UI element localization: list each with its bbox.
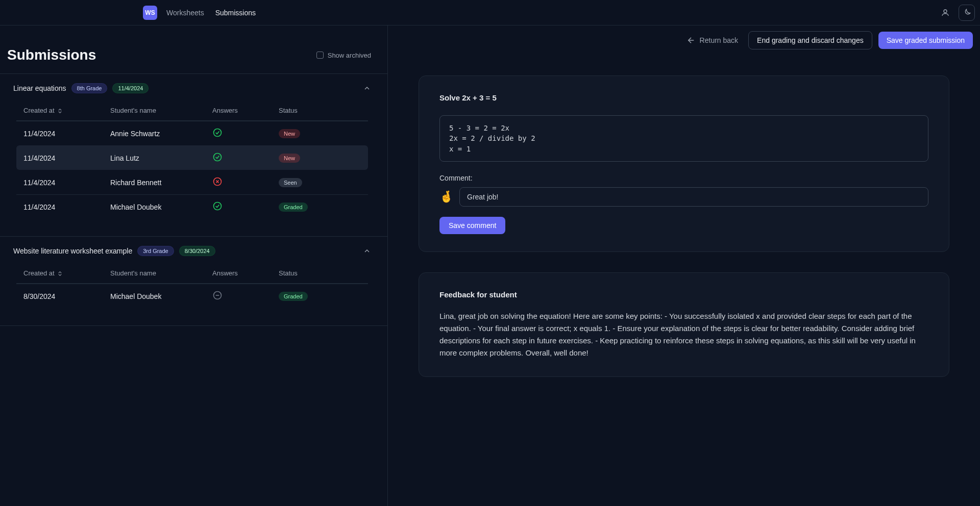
submissions-table: Created atStudent's nameAnswersStatus11/…: [16, 100, 368, 219]
worksheet-block-header[interactable]: Linear equations8th Grade11/4/2024: [13, 83, 371, 93]
worksheet-block: Linear equations8th Grade11/4/2024Create…: [0, 74, 387, 222]
cell-student: Richard Bennett: [110, 179, 212, 187]
worksheet-block-header[interactable]: Website literature worksheet example3rd …: [13, 246, 371, 256]
comment-emoji-icon[interactable]: 🤞: [439, 190, 453, 204]
cell-status: New: [279, 129, 361, 138]
page-title: Submissions: [7, 47, 316, 63]
cell-answer-icon: [212, 128, 279, 139]
svg-point-2: [214, 154, 222, 161]
grade-tag: 3rd Grade: [137, 246, 174, 256]
table-header: Created atStudent's nameAnswersStatus: [16, 263, 368, 284]
col-status: Status: [279, 269, 361, 277]
top-header: WS Worksheets Submissions: [0, 0, 980, 26]
cell-created-at: 11/4/2024: [23, 179, 110, 187]
status-badge: New: [279, 154, 300, 163]
cell-student: Lina Lutz: [110, 154, 212, 162]
status-badge: New: [279, 129, 300, 138]
cell-status: Graded: [279, 292, 361, 301]
grade-tag: 8th Grade: [71, 83, 108, 93]
table-row[interactable]: 11/4/2024Annie SchwartzNew: [16, 121, 368, 145]
col-created-at[interactable]: Created at: [23, 107, 110, 114]
chevron-up-icon[interactable]: [363, 84, 371, 92]
cell-status: New: [279, 154, 361, 163]
comment-input[interactable]: Great job!: [459, 187, 928, 207]
feedback-title: Feedback for student: [439, 290, 928, 299]
cell-answer-icon: [212, 152, 279, 164]
svg-point-0: [944, 10, 947, 13]
col-student-name: Student's name: [110, 107, 212, 114]
feedback-body: Lina, great job on solving the equation!…: [439, 310, 928, 359]
student-answer-box: 5 - 3 = 2 = 2x 2x = 2 / divide by 2 x = …: [439, 115, 928, 162]
svg-point-1: [214, 129, 222, 137]
chevron-up-icon[interactable]: [363, 247, 371, 255]
theme-toggle-icon[interactable]: [959, 5, 975, 21]
col-created-at[interactable]: Created at: [23, 269, 110, 277]
date-tag: 8/30/2024: [179, 246, 215, 256]
table-row[interactable]: 8/30/2024Michael DoubekGraded: [16, 284, 368, 308]
table-header: Created atStudent's nameAnswersStatus: [16, 100, 368, 121]
cell-answer-icon: [212, 201, 279, 213]
submissions-table: Created atStudent's nameAnswersStatus8/3…: [16, 263, 368, 308]
cell-created-at: 11/4/2024: [23, 130, 110, 138]
table-row[interactable]: 11/4/2024Richard BennettSeen: [16, 170, 368, 194]
cell-created-at: 11/4/2024: [23, 154, 110, 162]
date-tag: 11/4/2024: [112, 83, 149, 93]
problem-title: Solve 2x + 3 = 5: [439, 93, 928, 102]
nav-worksheets[interactable]: Worksheets: [166, 9, 204, 17]
col-student-name: Student's name: [110, 269, 212, 277]
status-badge: Graded: [279, 292, 308, 301]
status-badge: Graded: [279, 203, 308, 212]
table-row[interactable]: 11/4/2024Lina LutzNew: [16, 145, 368, 170]
svg-point-4: [214, 203, 222, 210]
cell-status: Graded: [279, 203, 361, 212]
sort-icon: [57, 108, 63, 114]
cell-created-at: 8/30/2024: [23, 292, 110, 300]
table-row[interactable]: 11/4/2024Michael DoubekGraded: [16, 194, 368, 219]
cell-answer-icon: [212, 290, 279, 302]
worksheet-block: Website literature worksheet example3rd …: [0, 237, 387, 311]
cell-student: Michael Doubek: [110, 292, 212, 300]
cell-student: Annie Schwartz: [110, 130, 212, 138]
cell-created-at: 11/4/2024: [23, 203, 110, 211]
show-archived-label: Show archived: [328, 52, 371, 59]
nav-submissions[interactable]: Submissions: [215, 9, 256, 17]
col-answers: Answers: [212, 269, 279, 277]
save-comment-button[interactable]: Save comment: [439, 217, 505, 234]
cell-status: Seen: [279, 178, 361, 187]
submissions-panel: Submissions Show archived Linear equatio…: [0, 26, 388, 506]
grading-panel: Solve 2x + 3 = 5 5 - 3 = 2 = 2x 2x = 2 /…: [388, 26, 980, 506]
worksheet-name: Website literature worksheet example: [13, 247, 132, 255]
problem-card: Solve 2x + 3 = 5 5 - 3 = 2 = 2x 2x = 2 /…: [419, 75, 949, 252]
col-status: Status: [279, 107, 361, 114]
col-answers: Answers: [212, 107, 279, 114]
comment-label: Comment:: [439, 174, 928, 182]
profile-icon[interactable]: [937, 5, 953, 21]
app-logo: WS: [143, 6, 157, 20]
status-badge: Seen: [279, 178, 302, 187]
cell-answer-icon: [212, 176, 279, 188]
worksheet-name: Linear equations: [13, 84, 66, 92]
sort-icon: [57, 270, 63, 277]
show-archived-checkbox[interactable]: [316, 52, 324, 59]
feedback-card: Feedback for student Lina, great job on …: [419, 272, 949, 377]
cell-student: Michael Doubek: [110, 203, 212, 211]
